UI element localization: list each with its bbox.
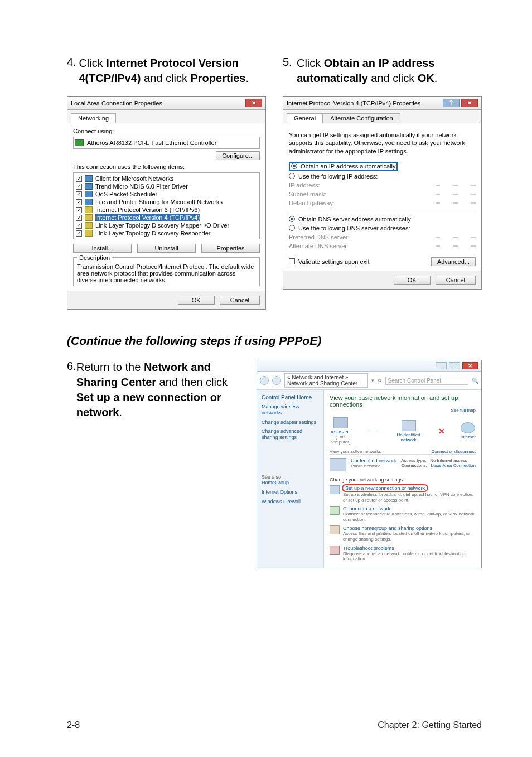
radio-on-icon[interactable] [291,163,297,169]
maximize-icon[interactable]: □ [449,362,460,369]
alternate-dns-label: Alternate DNS server: [289,243,349,249]
sidebar-link[interactable]: HomeGroup [262,480,319,486]
step-number: 4. [67,56,79,86]
task-connect-network[interactable]: Connect to a networkConnect or reconnect… [330,504,476,524]
network-map: ASUS-PC(This computer) Unidentified netw… [330,417,476,445]
back-icon[interactable] [260,376,269,385]
search-icon[interactable]: 🔍 [472,378,478,384]
t: OK [418,72,434,84]
task-title: Connect to a network [343,506,476,512]
sidebar-link[interactable]: Change advanced sharing settings [262,428,319,441]
globe-icon [461,422,475,433]
radio-on-icon[interactable] [289,216,295,222]
validate-label: Validate settings upon exit [298,258,370,265]
tab-alternate[interactable]: Alternate Configuration [323,113,400,123]
ok-button[interactable]: OK [178,296,215,305]
sidebar-link[interactable]: Windows Firewall [262,499,319,505]
tab-networking[interactable]: Networking [71,113,116,123]
list-item[interactable]: QoS Packet Scheduler [76,190,257,198]
component-icon [85,175,93,182]
list-item-selected[interactable]: Internet Protocol Version 4 (TCP/IPv4) [76,214,257,221]
list-item[interactable]: Link-Layer Topology Discovery Mapper I/O… [76,221,257,229]
checkbox-icon[interactable] [76,230,82,237]
t: and then click [156,376,228,388]
minimize-icon[interactable]: _ [436,362,447,369]
task-troubleshoot[interactable]: Troubleshoot problemsDiagnose and repair… [330,544,476,563]
radio-label: Use the following DNS server addresses: [298,225,410,232]
checkbox-icon[interactable] [76,176,82,182]
ok-button[interactable]: OK [394,276,431,285]
active-network-name[interactable]: Unidentified network [351,458,396,464]
checkbox-icon[interactable] [76,207,82,213]
preferred-dns-label: Preferred DNS server: [289,234,350,240]
item-label: Link-Layer Topology Discovery Mapper I/O… [95,222,229,229]
install-button[interactable]: Install... [73,244,132,253]
task-setup-connection[interactable]: Set up a new connection or network Set u… [330,484,476,504]
node-label: Unidentified network [394,432,423,442]
t: Click [297,57,324,69]
task-homegroup[interactable]: Choose homegroup and sharing optionsAcce… [330,524,476,543]
item-label: File and Printer Sharing for Microsoft N… [95,199,223,205]
checkbox-icon[interactable] [76,215,82,221]
radio-icon[interactable] [289,225,295,231]
breadcrumb[interactable]: « Network and Internet » Network and Sha… [284,373,368,388]
cancel-button[interactable]: Cancel [436,276,476,285]
sidebar-link[interactable]: Change adapter settings [262,420,319,426]
checkbox-icon[interactable] [76,199,82,205]
list-item[interactable]: Client for Microsoft Networks [76,175,257,182]
description-text: Transmission Control Protocol/Internet P… [77,263,256,283]
tab-general[interactable]: General [287,113,323,123]
connections-value[interactable]: Local Area Connection [431,463,476,468]
sidebar-home[interactable]: Control Panel Home [262,394,319,401]
task-desc: Diagnose and repair network problems, or… [343,551,476,562]
item-label: QoS Packet Scheduler [95,191,157,197]
highlight-circle: Set up a new connection or network [342,484,428,492]
component-icon [85,214,93,221]
t: Return to the [76,361,144,373]
mask-label: Subnet mask: [289,191,326,197]
disconnect-x-icon: ✕ [438,427,445,436]
help-icon[interactable]: ? [443,99,460,107]
component-icon [85,206,93,213]
connections-label: Connections: [401,463,427,468]
close-icon[interactable]: ✕ [461,99,478,107]
checkbox-icon[interactable] [76,223,82,229]
checkbox-icon[interactable] [76,184,82,190]
see-full-map-link[interactable]: See full map [330,408,476,413]
component-icon [85,230,93,237]
configure-button[interactable]: Configure... [216,151,260,160]
component-icon [85,183,93,190]
close-icon[interactable]: ✕ [462,362,478,369]
sidebar-link[interactable]: Internet Options [262,489,319,495]
note-text: You can get IP settings assigned automat… [289,131,476,155]
cancel-button[interactable]: Cancel [220,296,260,305]
list-item[interactable]: File and Printer Sharing for Microsoft N… [76,198,257,206]
list-item[interactable]: Internet Protocol Version 6 (TCP/IPv6) [76,206,257,214]
adapter-name: Atheros AR8132 PCI-E Fast Ethernet Contr… [87,139,258,146]
list-item[interactable]: Link-Layer Topology Discovery Responder [76,229,257,237]
t: . [119,406,122,418]
connect-disconnect-link[interactable]: Connect or disconnect [431,449,476,454]
uninstall-button[interactable]: Uninstall [137,244,196,253]
node-label: ASUS-PC [330,430,351,435]
sidebar-link[interactable]: Manage wireless networks [262,404,319,416]
forward-icon[interactable] [272,376,281,385]
node-sublabel: (This computer) [330,435,351,445]
radio-icon[interactable] [289,173,295,179]
ipv4-properties-dialog: Internet Protocol Version 4 (TCP/IPv4) P… [283,96,482,290]
component-icon [85,191,93,197]
close-icon[interactable]: ✕ [245,99,262,107]
list-item[interactable]: Trend Micro NDIS 6.0 Filter Driver [76,182,257,190]
sidebar: Control Panel Home Manage wireless netwo… [257,390,324,568]
checkbox-icon[interactable] [76,191,82,197]
validate-checkbox[interactable] [289,258,295,264]
connect-icon [330,506,340,515]
radio-label: Obtain an IP address automatically [301,163,395,170]
dialog-title: Internet Protocol Version 4 (TCP/IPv4) P… [287,100,420,107]
properties-button[interactable]: Properties [201,244,260,253]
radio-label: Obtain DNS server address automatically [298,216,411,223]
advanced-button[interactable]: Advanced... [431,257,476,266]
component-icon [85,222,93,229]
view-heading: View your basic network information and … [330,394,476,408]
search-input[interactable]: Search Control Panel [385,377,469,385]
